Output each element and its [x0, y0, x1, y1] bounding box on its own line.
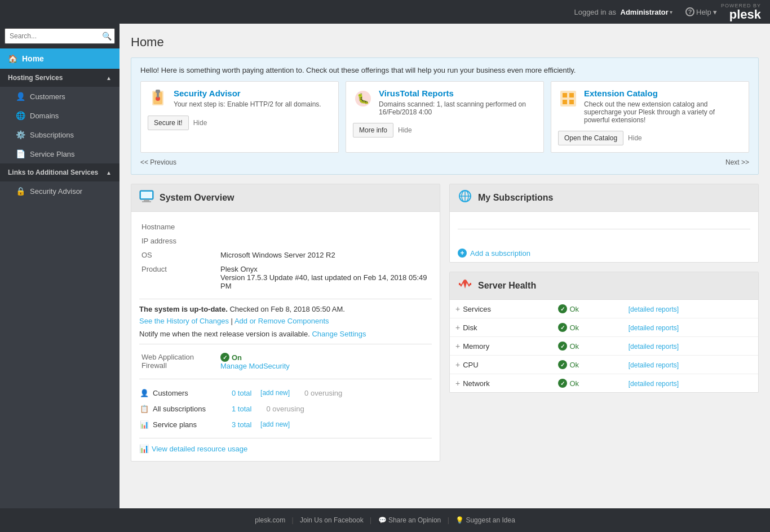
- hosting-services-label: Hosting Services: [8, 74, 63, 82]
- customers-icon: 👤: [16, 92, 25, 101]
- sidebar-section-hosting[interactable]: Hosting Services ▲: [0, 69, 120, 87]
- service-plans-stats-label: Service plans: [153, 420, 226, 429]
- health-memory-expand[interactable]: +: [455, 342, 460, 351]
- customers-total[interactable]: 0 total: [232, 389, 251, 397]
- sidebar-item-service-plans[interactable]: 📄 Service Plans: [0, 144, 120, 163]
- hosting-collapse-icon: ▲: [106, 75, 112, 81]
- view-usage-link[interactable]: View detailed resource usage: [152, 445, 247, 453]
- svg-rect-2: [156, 90, 160, 93]
- network-detail-link[interactable]: [detailed reports]: [629, 380, 679, 388]
- security-card-icon: [148, 88, 168, 109]
- banner-nav: << Previous Next >>: [140, 158, 749, 166]
- open-catalog-button[interactable]: Open the Catalog: [558, 131, 623, 145]
- customers-stats-row: 👤 Customers 0 total [add new] 0 overusin…: [139, 385, 432, 401]
- system-overview-header: System Overview: [131, 184, 440, 212]
- idea-link[interactable]: 💡 Suggest an Idea: [455, 516, 515, 524]
- security-advisor-label: Security Advisor: [30, 187, 82, 196]
- service-plans-icon: 📄: [16, 149, 25, 158]
- svg-rect-8: [563, 93, 567, 97]
- domains-icon: 🌐: [16, 111, 25, 120]
- health-network-expand[interactable]: +: [455, 379, 460, 388]
- os-label: OS: [139, 248, 218, 262]
- sidebar-item-domains[interactable]: 🌐 Domains: [0, 106, 120, 125]
- customers-add-link[interactable]: [add new]: [260, 389, 290, 397]
- health-services-expand[interactable]: +: [455, 304, 460, 313]
- service-plans-stats-icon: 📊: [139, 419, 149, 429]
- extension-hide-button[interactable]: Hide: [628, 134, 642, 142]
- sidebar-section-links[interactable]: Links to Additional Services ▲: [0, 163, 120, 181]
- topbar: Logged in as Administrator ▾ ? Help ▾ PO…: [0, 0, 770, 24]
- disk-detail-link[interactable]: [detailed reports]: [629, 324, 679, 332]
- security-card-desc: Your next step is: Enable HTTP/2 for all…: [174, 100, 321, 108]
- os-value: Microsoft Windows Server 2012 R2: [218, 248, 432, 262]
- banner-card-virustotal-header: 🐛 VirusTotal Reports Domains scanned: 1,…: [353, 88, 537, 116]
- customers-overusing: 0 overusing: [304, 389, 342, 397]
- my-subscriptions-panel: My Subscriptions + Add a subscription: [449, 184, 759, 263]
- health-disk-expand[interactable]: +: [455, 323, 460, 332]
- extension-card-actions: Open the Catalog Hide: [558, 131, 742, 145]
- firewall-ok-icon: ✓: [220, 353, 229, 362]
- banner-card-extension: Extension Catalog Check out the new exte…: [551, 81, 749, 153]
- home-icon: 🏠: [8, 54, 17, 63]
- extension-card-title: Extension Catalog: [584, 88, 742, 98]
- memory-detail-link[interactable]: [detailed reports]: [629, 343, 679, 351]
- svg-rect-10: [563, 100, 567, 104]
- svg-rect-4: [157, 93, 159, 97]
- health-row-services: + Services ✓ Ok [detailed reports]: [450, 300, 758, 318]
- sidebar-item-customers[interactable]: 👤 Customers: [0, 87, 120, 106]
- banner-cards: Security Advisor Your next step is: Enab…: [140, 81, 749, 153]
- history-links: See the History of Changes | Add or Remo…: [139, 317, 432, 325]
- subscriptions-panel-title: My Subscriptions: [478, 193, 553, 203]
- services-detail-link[interactable]: [detailed reports]: [629, 305, 679, 313]
- change-settings-link[interactable]: Change Settings: [312, 330, 366, 338]
- banner-card-extension-header: Extension Catalog Check out the new exte…: [558, 88, 742, 124]
- health-services-status: ✓ Ok: [558, 304, 617, 313]
- opinion-link[interactable]: 💬 Share an Opinion: [378, 516, 443, 524]
- customers-stats-icon: 👤: [139, 388, 149, 398]
- sidebar-item-subscriptions[interactable]: ⚙️ Subscriptions: [0, 125, 120, 144]
- search-input[interactable]: [5, 28, 115, 44]
- extension-card-desc: Check out the new extension catalog and …: [584, 100, 742, 124]
- banner-card-security: Security Advisor Your next step is: Enab…: [140, 81, 339, 153]
- svg-rect-13: [141, 192, 152, 198]
- main-content: Home Hello! Here is something worth payi…: [120, 24, 770, 508]
- security-advisor-icon: 🔒: [16, 187, 25, 196]
- history-link[interactable]: See the History of Changes: [139, 317, 229, 325]
- extension-card-icon: [558, 88, 578, 109]
- svg-rect-11: [569, 100, 574, 104]
- health-cpu-expand[interactable]: +: [455, 360, 460, 369]
- manage-modsecurity-link[interactable]: Manage ModSecurity: [220, 362, 290, 370]
- sidebar-item-security-advisor[interactable]: 🔒 Security Advisor: [0, 181, 120, 201]
- service-plans-add-link[interactable]: [add new]: [260, 420, 290, 428]
- subscriptions-total[interactable]: 1 total: [232, 405, 251, 413]
- help-button[interactable]: ? Help ▾: [685, 7, 717, 16]
- more-info-button[interactable]: More info: [353, 123, 393, 138]
- next-button[interactable]: Next >>: [725, 158, 749, 166]
- sidebar-item-home[interactable]: 🏠 Home: [0, 48, 120, 69]
- service-plans-label: Service Plans: [30, 150, 74, 158]
- banner-card-security-header: Security Advisor Your next step is: Enab…: [148, 88, 331, 109]
- subscriptions-empty: [450, 212, 758, 244]
- search-button[interactable]: 🔍: [102, 32, 112, 41]
- health-cpu-status: ✓ Ok: [558, 360, 617, 369]
- memory-ok-icon: ✓: [558, 342, 567, 351]
- add-remove-link[interactable]: Add or Remove Components: [234, 317, 329, 325]
- facebook-link[interactable]: Join Us on Facebook: [300, 516, 364, 524]
- product-label: Product: [139, 262, 218, 293]
- security-hide-button[interactable]: Hide: [193, 119, 207, 127]
- prev-button[interactable]: << Previous: [140, 158, 176, 166]
- health-row-network: + Network ✓ Ok [detailed reports]: [450, 374, 758, 393]
- virustotal-hide-button[interactable]: Hide: [398, 126, 412, 134]
- security-card-actions: Secure it! Hide: [148, 116, 331, 130]
- health-table: + Services ✓ Ok [detailed reports]: [450, 300, 758, 392]
- system-overview-title: System Overview: [160, 193, 234, 203]
- add-subscription-link[interactable]: + Add a subscription: [450, 244, 758, 262]
- admin-dropdown-icon[interactable]: ▾: [670, 9, 672, 15]
- plesk-com-link[interactable]: plesk.com: [255, 516, 285, 524]
- customers-label: Customers: [30, 92, 65, 101]
- cpu-detail-link[interactable]: [detailed reports]: [629, 361, 679, 369]
- secure-it-button[interactable]: Secure it!: [148, 116, 189, 130]
- sidebar: 🔍 🏠 Home Hosting Services ▲ 👤 Customers …: [0, 24, 120, 508]
- service-plans-total[interactable]: 3 total: [232, 420, 251, 429]
- server-health-header: Server Health: [450, 272, 758, 300]
